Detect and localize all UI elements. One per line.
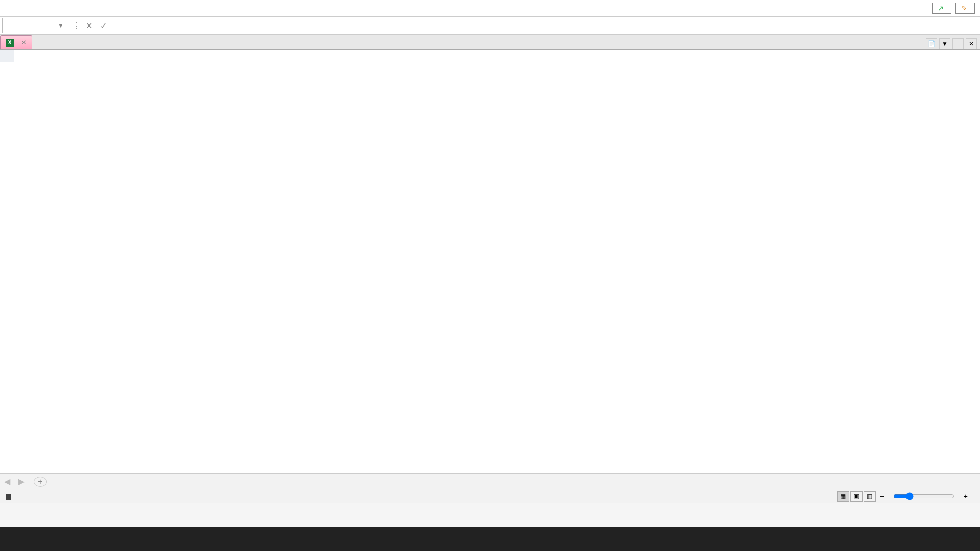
add-sheet-button[interactable]: + (34, 477, 47, 487)
minimize-icon[interactable]: — (952, 38, 964, 49)
name-box[interactable]: ▼ (2, 18, 68, 33)
spreadsheet-grid[interactable] (0, 50, 980, 473)
annotate-button[interactable]: ✎ (955, 3, 975, 14)
share-icon: ↗ (938, 4, 944, 12)
file-tab[interactable]: X ✕ (0, 35, 32, 49)
formula-bar: ▼ ⋮ ✕ ✓ (0, 16, 980, 35)
new-file-icon[interactable]: 📄 (926, 38, 937, 49)
menubar: ↗ ✎ (0, 0, 980, 16)
normal-view-button[interactable]: ▦ (837, 491, 849, 502)
close-workbook-icon[interactable]: ✕ (966, 38, 977, 49)
status-icon: ▦ (5, 492, 12, 500)
page-break-view-button[interactable]: ▥ (864, 491, 876, 502)
select-all-corner[interactable] (0, 50, 14, 62)
column-headers (0, 50, 980, 62)
annotate-icon: ✎ (961, 4, 967, 12)
close-icon[interactable]: ✕ (21, 39, 27, 46)
sheet-tabs-bar: ◀ ▶ + (0, 473, 980, 489)
status-bar: ▦ ▦ ▣ ▥ − + (0, 489, 980, 503)
confirm-formula-button[interactable]: ✓ (96, 21, 110, 31)
chevron-down-icon[interactable]: ▼ (58, 22, 64, 29)
sheet-nav-left[interactable]: ◀ (0, 477, 14, 486)
formula-input[interactable] (116, 19, 980, 32)
excel-icon: X (6, 39, 14, 47)
dropdown-icon[interactable]: ▼ (939, 38, 950, 49)
zoom-in-button[interactable]: + (960, 492, 972, 500)
formula-separator: ⋮ (70, 21, 82, 31)
cancel-formula-button[interactable]: ✕ (82, 21, 96, 31)
zoom-slider[interactable] (893, 492, 954, 500)
share-button[interactable]: ↗ (932, 3, 951, 14)
sheet-nav-right[interactable]: ▶ (14, 477, 29, 486)
file-tabs-bar: X ✕ 📄 ▼ — ✕ (0, 35, 980, 50)
windows-taskbar (0, 527, 980, 551)
zoom-out-button[interactable]: − (876, 492, 888, 500)
page-layout-view-button[interactable]: ▣ (850, 491, 863, 502)
